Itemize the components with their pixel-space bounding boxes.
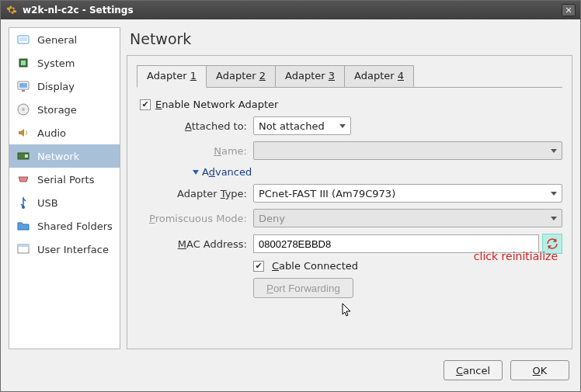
- sidebar-item-audio[interactable]: Audio: [9, 121, 120, 144]
- annotation-text: click reinitialize: [474, 250, 558, 262]
- usb-icon: [16, 195, 31, 210]
- sidebar-item-label: User Interface: [37, 244, 109, 255]
- gear-icon: [5, 4, 18, 16]
- speaker-icon: [16, 125, 31, 140]
- sidebar-item-ui[interactable]: User Interface: [9, 238, 120, 261]
- adapter-tabs: Adapter 1 Adapter 2 Adapter 3 Adapter 4: [137, 65, 562, 88]
- sidebar-item-label: Storage: [37, 104, 77, 116]
- enable-adapter-checkbox[interactable]: [140, 99, 151, 110]
- page-title: Network: [127, 27, 572, 55]
- sidebar-item-label: Shared Folders: [37, 220, 113, 232]
- svg-rect-13: [18, 245, 29, 247]
- monitor-icon: [16, 78, 31, 94]
- attached-to-value: Not attached: [259, 120, 325, 132]
- network-panel: Adapter 1 Adapter 2 Adapter 3 Adapter 4 …: [127, 55, 572, 349]
- sidebar-item-label: USB: [37, 197, 58, 209]
- tab-adapter-3[interactable]: Adapter 3: [275, 65, 345, 88]
- promiscuous-label: Promiscuous Mode:: [137, 213, 253, 224]
- sidebar-item-label: System: [37, 57, 75, 69]
- cable-label: Cable Connected: [272, 260, 358, 272]
- dialog-footer: Cancel OK: [1, 357, 580, 391]
- tab-adapter-2[interactable]: Adapter 2: [206, 65, 276, 88]
- sidebar-item-general[interactable]: General: [9, 28, 120, 51]
- svg-rect-6: [22, 90, 25, 92]
- sidebar-item-label: Audio: [37, 127, 66, 139]
- name-label: Name:: [137, 145, 253, 157]
- name-select: [253, 141, 562, 160]
- sidebar-item-network[interactable]: Network: [9, 144, 120, 168]
- sidebar-item-label: Serial Ports: [37, 174, 94, 186]
- tab-adapter-1[interactable]: Adapter 1: [137, 65, 207, 88]
- advanced-toggle[interactable]: Advanced: [193, 166, 562, 178]
- svg-rect-1: [19, 37, 27, 41]
- enable-adapter-row: Enable Network Adapter: [140, 99, 562, 110]
- sidebar-item-display[interactable]: Display: [9, 75, 120, 98]
- folder-icon: [16, 218, 31, 234]
- promiscuous-select: Deny: [253, 209, 562, 227]
- mac-label: MAC Address:: [137, 238, 253, 250]
- chevron-down-icon: [193, 170, 199, 175]
- sidebar-item-label: Network: [37, 151, 79, 162]
- promiscuous-row: Promiscuous Mode: Deny: [137, 209, 562, 227]
- disk-icon: [16, 102, 31, 117]
- serial-icon: [16, 172, 31, 187]
- adapter-type-row: Adapter Type: PCnet-FAST III (Am79C973): [137, 184, 562, 203]
- cancel-button[interactable]: Cancel: [444, 360, 503, 380]
- svg-rect-10: [25, 154, 28, 158]
- main-pane: Network Adapter 1 Adapter 2 Adapter 3 Ad…: [127, 27, 572, 349]
- sidebar-item-serial[interactable]: Serial Ports: [9, 168, 120, 191]
- adapter-type-value: PCnet-FAST III (Am79C973): [259, 188, 395, 199]
- attached-to-label: Attached to:: [137, 120, 253, 132]
- svg-point-11: [22, 206, 25, 209]
- promiscuous-value: Deny: [259, 213, 285, 224]
- adapter-type-select[interactable]: PCnet-FAST III (Am79C973): [253, 184, 562, 203]
- sidebar: General System Display Storage Audio Net…: [9, 27, 120, 349]
- enable-adapter-label: Enable Network Adapter: [155, 99, 278, 110]
- port-forwarding-button: Port Forwarding: [253, 278, 353, 298]
- content-area: General System Display Storage Audio Net…: [1, 19, 580, 357]
- titlebar[interactable]: w2k-nl-c2c - Settings ✕: [1, 1, 580, 19]
- portforward-row: Port Forwarding: [137, 278, 562, 298]
- settings-window: w2k-nl-c2c - Settings ✕ General System D…: [0, 0, 581, 392]
- sidebar-item-shared[interactable]: Shared Folders: [9, 214, 120, 238]
- attached-to-row: Attached to: Not attached: [137, 116, 562, 135]
- cable-checkbox[interactable]: [253, 261, 264, 272]
- svg-rect-5: [19, 83, 27, 88]
- close-icon[interactable]: ✕: [562, 4, 576, 16]
- tab-adapter-4[interactable]: Adapter 4: [344, 65, 414, 88]
- sidebar-item-storage[interactable]: Storage: [9, 98, 120, 121]
- nic-icon: [16, 148, 31, 164]
- name-row: Name:: [137, 141, 562, 160]
- cursor-icon: [342, 303, 353, 320]
- svg-rect-3: [21, 61, 26, 65]
- sidebar-item-system[interactable]: System: [9, 51, 120, 75]
- refresh-icon: [545, 237, 559, 251]
- chip-icon: [16, 55, 31, 71]
- sidebar-item-label: General: [37, 34, 77, 46]
- svg-point-8: [22, 108, 25, 111]
- general-icon: [16, 32, 31, 47]
- sidebar-item-usb[interactable]: USB: [9, 191, 120, 214]
- attached-to-select[interactable]: Not attached: [253, 116, 351, 135]
- sidebar-item-label: Display: [37, 81, 75, 92]
- window-icon: [16, 241, 31, 257]
- window-title: w2k-nl-c2c - Settings: [23, 5, 134, 16]
- adapter-type-label: Adapter Type:: [137, 188, 253, 199]
- ok-button[interactable]: OK: [510, 360, 569, 380]
